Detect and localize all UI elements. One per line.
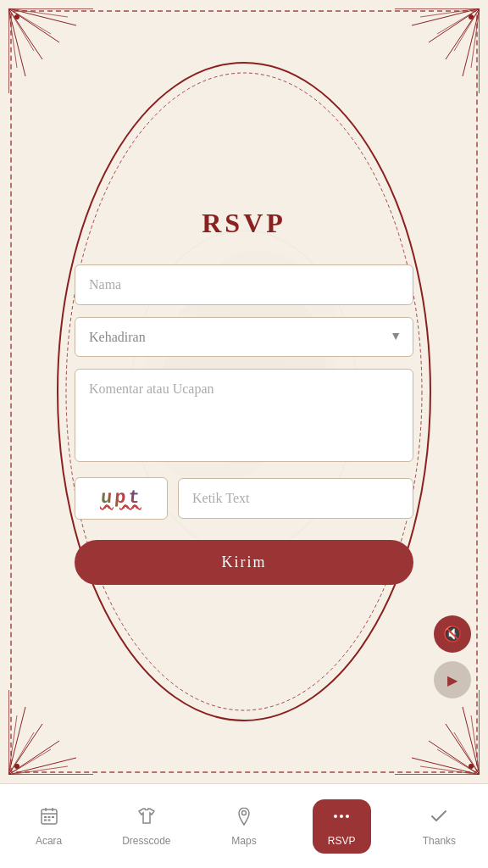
map-pin-icon — [234, 806, 254, 832]
nav-item-rsvp[interactable]: RSVP — [293, 799, 391, 854]
fab-container: 🔇 ▶ — [434, 615, 471, 698]
nav-label-acara: Acara — [36, 835, 62, 847]
svg-rect-52 — [47, 816, 50, 818]
sound-icon: 🔇 — [443, 625, 462, 643]
send-button[interactable]: Kirim — [75, 540, 413, 585]
svg-rect-55 — [47, 819, 50, 821]
dots-icon — [331, 806, 352, 832]
comment-textarea[interactable] — [75, 369, 413, 462]
nav-item-thanks[interactable]: Thanks — [391, 806, 488, 847]
nav-item-maps[interactable]: Maps — [195, 806, 292, 847]
calendar-icon — [39, 806, 59, 832]
attendance-field-wrapper: Kehadiran Hadir Tidak Hadir ▼ — [75, 317, 413, 357]
svg-rect-53 — [52, 816, 54, 818]
nav-item-acara[interactable]: Acara — [0, 806, 97, 847]
form-card: RSVP Kehadiran Hadir Tidak Hadir ▼ upt — [49, 174, 439, 610]
check-icon — [429, 806, 449, 832]
nav-label-maps: Maps — [231, 835, 256, 847]
nav-label-rsvp: RSVP — [328, 835, 356, 847]
sound-toggle-button[interactable]: 🔇 — [434, 615, 471, 653]
play-icon: ▶ — [447, 672, 458, 688]
svg-rect-54 — [44, 819, 47, 821]
captcha-input[interactable] — [178, 478, 413, 519]
captcha-row: upt — [75, 477, 413, 520]
name-field-wrapper — [75, 264, 413, 305]
name-input[interactable] — [75, 264, 413, 305]
captcha-image: upt — [75, 477, 168, 520]
bottom-nav: Acara Dresscode Maps — [0, 783, 488, 868]
comment-field-wrapper — [75, 369, 413, 465]
svg-point-56 — [242, 810, 247, 815]
page-title: RSVP — [202, 208, 286, 239]
svg-rect-51 — [44, 816, 47, 818]
nav-label-dresscode: Dresscode — [122, 835, 170, 847]
svg-point-57 — [334, 815, 337, 818]
attendance-select[interactable]: Kehadiran Hadir Tidak Hadir — [75, 317, 413, 357]
svg-point-58 — [340, 815, 343, 818]
svg-point-59 — [346, 815, 349, 818]
shirt-icon — [136, 806, 157, 832]
nav-label-thanks: Thanks — [423, 835, 456, 847]
play-button[interactable]: ▶ — [434, 661, 471, 698]
attendance-select-wrapper: Kehadiran Hadir Tidak Hadir ▼ — [75, 317, 413, 357]
main-content: RSVP Kehadiran Hadir Tidak Hadir ▼ upt — [0, 0, 488, 783]
captcha-display-text: upt — [100, 487, 143, 509]
nav-item-dresscode[interactable]: Dresscode — [97, 806, 195, 847]
